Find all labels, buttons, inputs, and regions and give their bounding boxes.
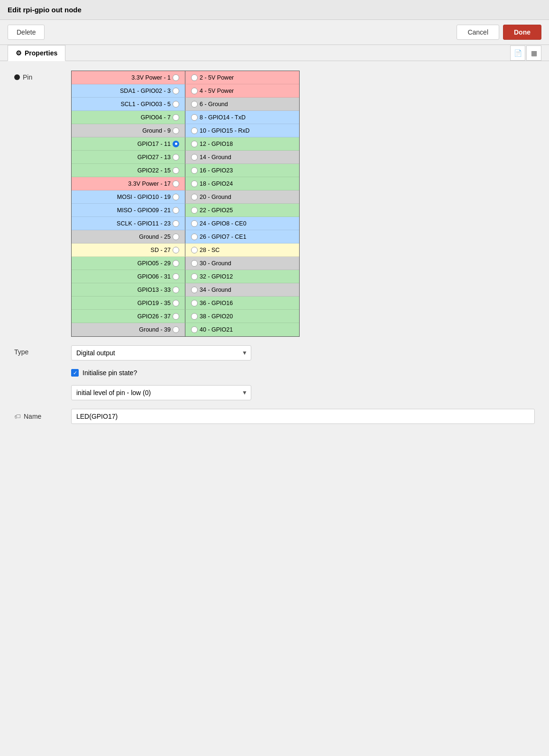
pin-row: SCLK - GPIO11 - 2324 - GPIO8 - CE0 (72, 217, 299, 230)
pin-radio-left[interactable] (173, 194, 179, 200)
pin-radio-right[interactable] (191, 180, 198, 187)
pin-form-row: Pin 3.3V Power - 12 - 5V PowerSDA1 - GPI… (14, 71, 535, 337)
pin-radio-left[interactable] (173, 313, 179, 320)
pin-radio-left[interactable] (173, 326, 179, 333)
pin-radio-right[interactable] (191, 127, 198, 134)
tab-layout-button[interactable]: ▦ (526, 45, 541, 61)
name-form-row: 🏷 Name (14, 409, 535, 424)
pin-radio-left[interactable] (173, 180, 179, 187)
pin-radio-right[interactable] (191, 141, 198, 147)
pin-radio-right[interactable] (191, 234, 198, 240)
pin-radio-left[interactable] (173, 154, 179, 161)
pin-radio-left[interactable] (173, 287, 179, 293)
done-button[interactable]: Done (503, 25, 541, 40)
pin-cell-right: 14 - Ground (185, 151, 299, 164)
pin-radio-right[interactable] (191, 273, 198, 280)
pin-row: Ground - 3940 - GPIO21 (72, 323, 299, 336)
pin-cell-left-label: GPIO17 - 11 (137, 141, 171, 147)
dialog-content: Pin 3.3V Power - 12 - 5V PowerSDA1 - GPI… (0, 61, 549, 756)
pin-radio-right[interactable] (191, 287, 198, 293)
pin-radio-left[interactable] (173, 247, 179, 253)
pin-cell-right-label: 6 - Ground (200, 101, 228, 108)
pin-row: Ground - 910 - GPIO15 - RxD (72, 124, 299, 137)
cancel-button[interactable]: Cancel (457, 25, 499, 40)
pin-radio-right[interactable] (191, 247, 198, 253)
pin-radio-right[interactable] (191, 260, 198, 267)
pin-radio-right[interactable] (191, 114, 198, 121)
pin-cell-left-label: Ground - 39 (139, 326, 171, 333)
pin-cell-left-label: MOSI - GPIO10 - 19 (117, 194, 171, 200)
pin-radio-left[interactable] (173, 127, 179, 134)
pin-cell-right: 40 - GPIO21 (185, 323, 299, 336)
pin-radio-left[interactable] (173, 273, 179, 280)
pin-cell-left: MISO - GPIO09 - 21 (72, 204, 185, 217)
pin-radio-right[interactable] (191, 326, 198, 333)
name-label: 🏷 Name (14, 413, 71, 420)
pin-radio-right[interactable] (191, 74, 198, 81)
delete-button[interactable]: Delete (8, 25, 45, 40)
pin-cell-right-label: 32 - GPIO12 (200, 273, 233, 280)
tab-properties[interactable]: ⚙ Properties (8, 45, 65, 61)
pin-radio-right[interactable] (191, 220, 198, 227)
init-checkbox[interactable]: ✓ (71, 369, 79, 377)
pin-radio-right[interactable] (191, 101, 198, 108)
pin-radio-right[interactable] (191, 167, 198, 174)
pin-cell-right-label: 18 - GPIO24 (200, 180, 233, 187)
pin-cell-right: 26 - GPIO7 - CE1 (185, 230, 299, 243)
type-select[interactable]: Digital outputDigital inputPWM output (71, 345, 251, 360)
pin-cell-right-label: 16 - GPIO23 (200, 167, 233, 174)
pin-grid: 3.3V Power - 12 - 5V PowerSDA1 - GPIO02 … (71, 71, 300, 337)
pin-cell-right: 28 - SC (185, 243, 299, 257)
pin-row: 3.3V Power - 1718 - GPIO24 (72, 177, 299, 190)
pin-cell-left: SCLK - GPIO11 - 23 (72, 217, 185, 230)
pin-radio-right[interactable] (191, 88, 198, 94)
pin-cell-right-label: 36 - GPIO16 (200, 300, 233, 306)
pin-radio-right[interactable] (191, 313, 198, 320)
init-level-select-wrapper: initial level of pin - low (0)initial le… (71, 385, 251, 400)
pin-radio-left[interactable] (173, 300, 179, 306)
pin-cell-left-label: SDA1 - GPIO02 - 3 (120, 88, 171, 94)
pin-radio-left[interactable] (173, 167, 179, 174)
pin-cell-right-label: 4 - 5V Power (200, 88, 234, 94)
pin-cell-left-label: SCLK - GPIO11 - 23 (117, 220, 171, 227)
tab-doc-button[interactable]: 📄 (510, 45, 525, 61)
pin-cell-right: 38 - GPIO20 (185, 310, 299, 323)
pin-radio-left[interactable] (173, 260, 179, 267)
pin-cell-left: GPIO17 - 11 (72, 137, 185, 151)
pin-row: Ground - 2526 - GPIO7 - CE1 (72, 230, 299, 243)
dialog-title: Edit rpi-gpio out node (0, 0, 549, 20)
pin-cell-left: GPIO13 - 33 (72, 283, 185, 297)
name-input[interactable] (71, 409, 535, 424)
init-level-row: initial level of pin - low (0)initial le… (14, 385, 535, 400)
pin-radio-left[interactable] (173, 234, 179, 240)
pin-radio-right[interactable] (191, 207, 198, 214)
pin-cell-right: 8 - GPIO14 - TxD (185, 111, 299, 124)
tabs-bar: ⚙ Properties 📄 ▦ (0, 45, 549, 61)
pin-radio-right[interactable] (191, 300, 198, 306)
tab-properties-label: Properties (25, 49, 57, 57)
pin-radio-left[interactable] (173, 114, 179, 121)
pin-radio-left[interactable] (173, 101, 179, 108)
pin-radio-right[interactable] (191, 194, 198, 200)
pin-cell-left: 3.3V Power - 1 (72, 71, 185, 84)
pin-cell-left: GPIO19 - 35 (72, 297, 185, 310)
pin-radio-left[interactable] (173, 141, 179, 147)
pin-cell-right-label: 2 - 5V Power (200, 74, 234, 81)
type-select-wrapper: Digital outputDigital inputPWM output ▼ (71, 345, 251, 360)
pin-radio-right[interactable] (191, 154, 198, 161)
pin-radio-left[interactable] (173, 220, 179, 227)
pin-row: MISO - GPIO09 - 2122 - GPIO25 (72, 204, 299, 217)
pin-cell-left: GPIO27 - 13 (72, 151, 185, 164)
init-level-select[interactable]: initial level of pin - low (0)initial le… (71, 385, 251, 400)
pin-radio-left[interactable] (173, 88, 179, 94)
pin-cell-left: GPIO06 - 31 (72, 270, 185, 283)
pin-radio-left[interactable] (173, 207, 179, 214)
pin-row: GPIO13 - 3334 - Ground (72, 283, 299, 297)
pin-radio-left[interactable] (173, 74, 179, 81)
pin-cell-left: GPIO22 - 15 (72, 164, 185, 177)
type-label-text: Type (14, 348, 28, 356)
pin-cell-left: SDA1 - GPIO02 - 3 (72, 84, 185, 98)
pin-cell-left-label: GPIO05 - 29 (137, 260, 171, 267)
pin-cell-right: 18 - GPIO24 (185, 177, 299, 190)
pin-cell-left: SCL1 - GPIO03 - 5 (72, 98, 185, 111)
